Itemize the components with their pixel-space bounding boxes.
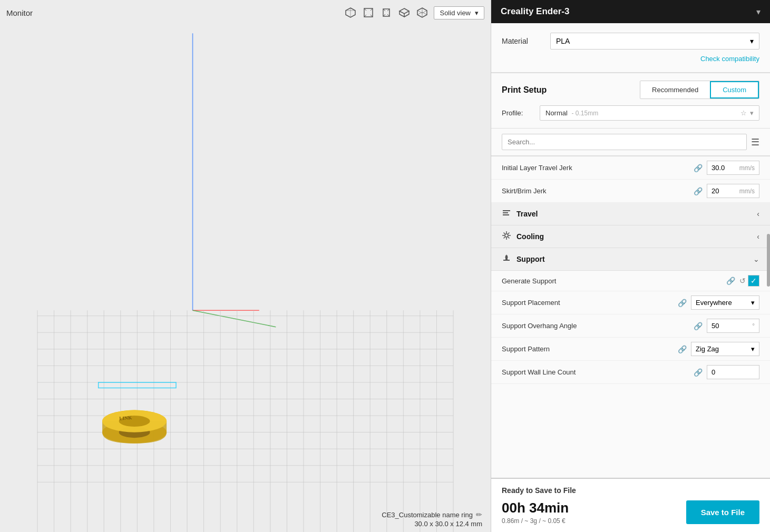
support-icon [502,253,511,265]
link-icon-placement[interactable]: 🔗 [678,299,687,307]
setting-name-gen-support: Generate Support [502,277,726,285]
scrollbar-indicator[interactable] [767,234,770,287]
svg-point-42 [102,421,167,444]
wall-count-value-box[interactable]: 0 [707,365,759,379]
setting-row-brim-jerk: Skirt/Brim Jerk 🔗 20 mm/s [491,180,770,203]
svg-rect-50 [503,210,510,211]
svg-rect-51 [503,212,508,213]
svg-marker-64 [505,254,508,258]
pattern-value: Zig Zag [696,345,719,353]
printer-header: Creality Ender-3 ▾ [491,0,770,23]
profile-dropdown[interactable]: Normal - 0.15mm ☆ ▾ [540,105,759,121]
support-chevron-icon: ⌄ [753,255,759,263]
cube-3d-icon[interactable] [343,5,358,20]
printer-chevron-icon[interactable]: ▾ [756,7,761,17]
file-info-bar: CE3_Customizable name ring ✏ 30.0 x 30.0… [373,506,491,532]
link-icon-overhang[interactable]: 🔗 [694,322,703,330]
print-setup-title: Print Setup [502,85,547,95]
profile-label: Profile: [502,109,533,117]
footer-section: Ready to Save to File 00h 34min 0.86m / … [491,478,770,532]
gen-support-checkbox[interactable]: ✓ [748,275,759,287]
material-section: Material PLA ▾ Check compatibility [491,23,770,73]
setting-name-pattern: Support Pattern [502,345,678,353]
cube-side-icon[interactable] [379,5,394,20]
placement-dropdown[interactable]: Everywhere ▾ [691,295,759,310]
svg-line-59 [508,237,510,239]
view-dropdown[interactable]: Solid view ▾ [434,6,484,19]
link-icon-initial-jerk[interactable]: 🔗 [694,164,703,172]
setting-name-placement: Support Placement [502,299,678,307]
toolbar: Monitor [0,5,491,20]
edit-icon[interactable]: ✏ [476,510,482,519]
travel-chevron-icon: ‹ [757,210,759,218]
setting-value-brim-jerk[interactable]: 20 mm/s [707,184,759,198]
reset-icon-gen-support[interactable]: ↺ [739,277,746,285]
setting-row-initial-jerk: Initial Layer Travel Jerk 🔗 30.0 mm/s [491,156,770,180]
time-stats: 0.86m / ~ 3g / ~ 0.05 € [502,517,569,525]
material-dropdown[interactable]: PLA ▾ [550,33,759,50]
degree-symbol: ° [752,322,755,330]
placement-value: Everywhere [696,299,732,307]
check-compat-link[interactable]: Check compatibility [502,55,759,63]
placement-arrow-icon: ▾ [751,299,755,307]
viewport: Monitor [0,0,491,532]
cooling-icon [502,231,511,242]
setting-name-wall-count: Support Wall Line Count [502,368,694,376]
svg-point-53 [505,234,508,237]
travel-icon [502,208,511,220]
link-icon-gen-support[interactable]: 🔗 [726,277,735,285]
svg-line-58 [504,233,505,234]
cube-front-icon[interactable] [361,5,376,20]
svg-point-43 [102,410,167,432]
category-travel[interactable]: Travel ‹ [491,203,770,225]
setting-value-initial-jerk[interactable]: 30.0 mm/s [707,161,759,175]
setting-name-brim-jerk: Skirt/Brim Jerk [502,187,694,195]
search-row: ☰ [491,129,770,156]
svg-line-60 [508,233,510,234]
settings-area: ☰ Initial Layer Travel Jerk 🔗 30.0 mm/s … [491,129,770,478]
save-to-file-button[interactable]: Save to File [686,500,759,524]
svg-point-45 [119,427,150,438]
overhang-value-box[interactable]: 50 ° [707,319,759,333]
category-cooling-name: Cooling [516,232,757,241]
setting-row-pattern: Support Pattern 🔗 Zig Zag ▾ [491,338,770,361]
material-dropdown-arrow: ▾ [750,37,754,45]
svg-rect-52 [503,214,509,215]
print-setup-section: Print Setup Recommended Custom Profile: … [491,73,770,129]
link-icon-pattern[interactable]: 🔗 [678,345,687,353]
category-support-name: Support [516,255,753,263]
setting-row-placement: Support Placement 🔗 Everywhere ▾ [491,291,770,314]
link-icon-brim-jerk[interactable]: 🔗 [694,187,703,195]
material-value: PLA [556,37,570,45]
setting-row-wall-count: Support Wall Line Count 🔗 0 [491,361,770,384]
svg-text:LINK: LINK [119,415,133,421]
svg-text:INK: INK [123,420,135,427]
category-cooling[interactable]: Cooling ‹ [491,225,770,248]
svg-point-48 [119,416,150,427]
printer-name: Creality Ender-3 [501,6,569,17]
file-name: CE3_Customizable name ring [382,511,473,519]
svg-point-44 [119,416,150,427]
setting-unit-initial-jerk: mm/s [739,164,755,172]
category-support[interactable]: Support ⌄ [491,248,770,271]
view-icons [343,5,430,20]
search-input[interactable] [502,134,747,150]
cube-top-icon[interactable] [397,5,412,20]
time-display: 00h 34min [502,500,569,516]
svg-rect-62 [503,260,510,261]
tab-group: Recommended Custom [640,81,759,99]
cube-wireframe-icon[interactable] [415,5,430,20]
setting-val-initial-jerk: 30.0 [711,164,725,172]
profile-sub: - 0.15mm [572,110,599,117]
menu-lines-icon[interactable]: ☰ [751,136,759,148]
svg-rect-41 [99,382,176,388]
link-icon-wall-count[interactable]: 🔗 [694,368,703,377]
dimensions-text: 30.0 x 30.0 x 12.4 mm [414,520,482,528]
tab-recommended[interactable]: Recommended [640,81,710,98]
tab-custom[interactable]: Custom [710,81,759,98]
pattern-dropdown[interactable]: Zig Zag ▾ [691,342,759,356]
svg-point-47 [102,410,167,432]
setting-unit-brim-jerk: mm/s [739,188,755,195]
svg-line-3 [193,310,276,327]
profile-value: Normal [545,109,568,117]
